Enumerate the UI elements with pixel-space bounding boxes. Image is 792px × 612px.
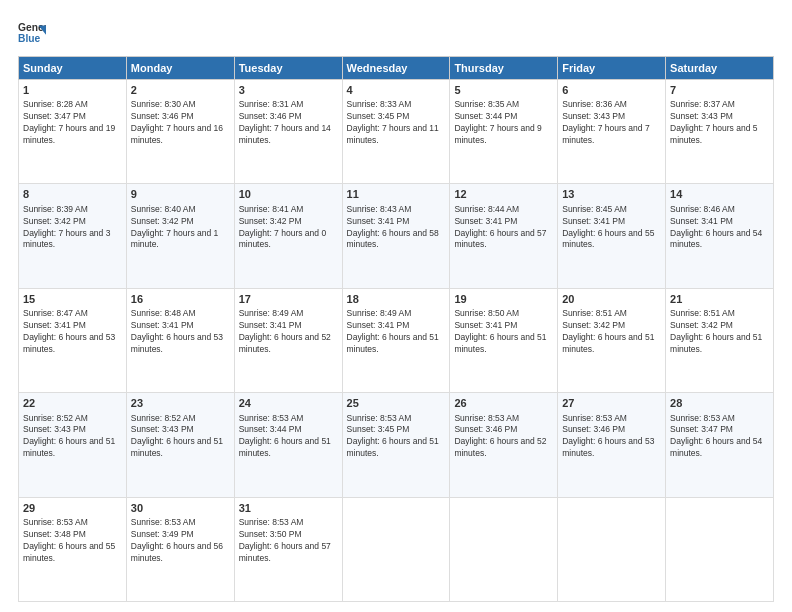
daylight: Daylight: 6 hours and 53 minutes. bbox=[23, 332, 115, 354]
sunrise: Sunrise: 8:53 AM bbox=[454, 413, 519, 423]
day-cell: 23Sunrise: 8:52 AMSunset: 3:43 PMDayligh… bbox=[126, 393, 234, 497]
daylight: Daylight: 6 hours and 51 minutes. bbox=[347, 332, 439, 354]
day-cell: 11Sunrise: 8:43 AMSunset: 3:41 PMDayligh… bbox=[342, 184, 450, 288]
day-number: 30 bbox=[131, 501, 230, 516]
day-cell: 12Sunrise: 8:44 AMSunset: 3:41 PMDayligh… bbox=[450, 184, 558, 288]
sunrise: Sunrise: 8:39 AM bbox=[23, 204, 88, 214]
sunset: Sunset: 3:42 PM bbox=[131, 216, 194, 226]
day-cell: 24Sunrise: 8:53 AMSunset: 3:44 PMDayligh… bbox=[234, 393, 342, 497]
day-number: 1 bbox=[23, 83, 122, 98]
sunrise: Sunrise: 8:52 AM bbox=[131, 413, 196, 423]
sunrise: Sunrise: 8:51 AM bbox=[670, 308, 735, 318]
daylight: Daylight: 7 hours and 3 minutes. bbox=[23, 228, 110, 250]
day-cell: 21Sunrise: 8:51 AMSunset: 3:42 PMDayligh… bbox=[666, 288, 774, 392]
day-cell: 3Sunrise: 8:31 AMSunset: 3:46 PMDaylight… bbox=[234, 80, 342, 184]
daylight: Daylight: 6 hours and 54 minutes. bbox=[670, 436, 762, 458]
logo-icon: General Blue bbox=[18, 18, 46, 46]
day-cell: 26Sunrise: 8:53 AMSunset: 3:46 PMDayligh… bbox=[450, 393, 558, 497]
sunrise: Sunrise: 8:45 AM bbox=[562, 204, 627, 214]
day-number: 9 bbox=[131, 187, 230, 202]
daylight: Daylight: 6 hours and 51 minutes. bbox=[347, 436, 439, 458]
day-number: 20 bbox=[562, 292, 661, 307]
daylight: Daylight: 7 hours and 1 minute. bbox=[131, 228, 218, 250]
day-cell: 18Sunrise: 8:49 AMSunset: 3:41 PMDayligh… bbox=[342, 288, 450, 392]
day-number: 31 bbox=[239, 501, 338, 516]
daylight: Daylight: 6 hours and 58 minutes. bbox=[347, 228, 439, 250]
sunrise: Sunrise: 8:53 AM bbox=[239, 517, 304, 527]
day-number: 3 bbox=[239, 83, 338, 98]
day-cell: 10Sunrise: 8:41 AMSunset: 3:42 PMDayligh… bbox=[234, 184, 342, 288]
day-number: 18 bbox=[347, 292, 446, 307]
day-number: 25 bbox=[347, 396, 446, 411]
week-row-1: 1Sunrise: 8:28 AMSunset: 3:47 PMDaylight… bbox=[19, 80, 774, 184]
col-header-tuesday: Tuesday bbox=[234, 57, 342, 80]
day-number: 29 bbox=[23, 501, 122, 516]
daylight: Daylight: 6 hours and 57 minutes. bbox=[239, 541, 331, 563]
day-cell: 16Sunrise: 8:48 AMSunset: 3:41 PMDayligh… bbox=[126, 288, 234, 392]
sunset: Sunset: 3:41 PM bbox=[454, 320, 517, 330]
daylight: Daylight: 7 hours and 9 minutes. bbox=[454, 123, 541, 145]
sunrise: Sunrise: 8:47 AM bbox=[23, 308, 88, 318]
sunrise: Sunrise: 8:53 AM bbox=[562, 413, 627, 423]
sunrise: Sunrise: 8:31 AM bbox=[239, 99, 304, 109]
svg-text:Blue: Blue bbox=[18, 33, 41, 44]
sunrise: Sunrise: 8:36 AM bbox=[562, 99, 627, 109]
sunset: Sunset: 3:46 PM bbox=[454, 424, 517, 434]
sunset: Sunset: 3:43 PM bbox=[131, 424, 194, 434]
day-number: 21 bbox=[670, 292, 769, 307]
day-number: 4 bbox=[347, 83, 446, 98]
day-number: 17 bbox=[239, 292, 338, 307]
day-number: 13 bbox=[562, 187, 661, 202]
sunset: Sunset: 3:46 PM bbox=[239, 111, 302, 121]
day-cell bbox=[450, 497, 558, 601]
day-cell: 7Sunrise: 8:37 AMSunset: 3:43 PMDaylight… bbox=[666, 80, 774, 184]
daylight: Daylight: 7 hours and 0 minutes. bbox=[239, 228, 326, 250]
sunset: Sunset: 3:41 PM bbox=[347, 216, 410, 226]
day-cell: 6Sunrise: 8:36 AMSunset: 3:43 PMDaylight… bbox=[558, 80, 666, 184]
week-row-4: 22Sunrise: 8:52 AMSunset: 3:43 PMDayligh… bbox=[19, 393, 774, 497]
day-number: 23 bbox=[131, 396, 230, 411]
daylight: Daylight: 6 hours and 51 minutes. bbox=[131, 436, 223, 458]
sunrise: Sunrise: 8:41 AM bbox=[239, 204, 304, 214]
day-number: 15 bbox=[23, 292, 122, 307]
sunrise: Sunrise: 8:50 AM bbox=[454, 308, 519, 318]
sunset: Sunset: 3:42 PM bbox=[23, 216, 86, 226]
page: General Blue SundayMondayTuesdayWednesda… bbox=[0, 0, 792, 612]
sunset: Sunset: 3:43 PM bbox=[670, 111, 733, 121]
day-cell: 29Sunrise: 8:53 AMSunset: 3:48 PMDayligh… bbox=[19, 497, 127, 601]
header: General Blue bbox=[18, 18, 774, 46]
daylight: Daylight: 7 hours and 19 minutes. bbox=[23, 123, 115, 145]
day-cell: 27Sunrise: 8:53 AMSunset: 3:46 PMDayligh… bbox=[558, 393, 666, 497]
sunrise: Sunrise: 8:53 AM bbox=[670, 413, 735, 423]
sunset: Sunset: 3:41 PM bbox=[23, 320, 86, 330]
sunset: Sunset: 3:41 PM bbox=[454, 216, 517, 226]
sunset: Sunset: 3:41 PM bbox=[670, 216, 733, 226]
daylight: Daylight: 6 hours and 52 minutes. bbox=[454, 436, 546, 458]
sunrise: Sunrise: 8:51 AM bbox=[562, 308, 627, 318]
day-cell: 19Sunrise: 8:50 AMSunset: 3:41 PMDayligh… bbox=[450, 288, 558, 392]
sunset: Sunset: 3:42 PM bbox=[562, 320, 625, 330]
day-cell: 5Sunrise: 8:35 AMSunset: 3:44 PMDaylight… bbox=[450, 80, 558, 184]
sunset: Sunset: 3:44 PM bbox=[454, 111, 517, 121]
day-cell: 14Sunrise: 8:46 AMSunset: 3:41 PMDayligh… bbox=[666, 184, 774, 288]
sunrise: Sunrise: 8:53 AM bbox=[239, 413, 304, 423]
sunrise: Sunrise: 8:37 AM bbox=[670, 99, 735, 109]
day-number: 14 bbox=[670, 187, 769, 202]
daylight: Daylight: 6 hours and 51 minutes. bbox=[239, 436, 331, 458]
sunrise: Sunrise: 8:49 AM bbox=[239, 308, 304, 318]
daylight: Daylight: 7 hours and 11 minutes. bbox=[347, 123, 439, 145]
day-number: 26 bbox=[454, 396, 553, 411]
sunset: Sunset: 3:46 PM bbox=[562, 424, 625, 434]
sunrise: Sunrise: 8:49 AM bbox=[347, 308, 412, 318]
daylight: Daylight: 6 hours and 54 minutes. bbox=[670, 228, 762, 250]
day-number: 5 bbox=[454, 83, 553, 98]
sunrise: Sunrise: 8:43 AM bbox=[347, 204, 412, 214]
col-header-thursday: Thursday bbox=[450, 57, 558, 80]
week-row-5: 29Sunrise: 8:53 AMSunset: 3:48 PMDayligh… bbox=[19, 497, 774, 601]
logo: General Blue bbox=[18, 18, 52, 46]
day-number: 8 bbox=[23, 187, 122, 202]
calendar-header-row: SundayMondayTuesdayWednesdayThursdayFrid… bbox=[19, 57, 774, 80]
daylight: Daylight: 6 hours and 55 minutes. bbox=[562, 228, 654, 250]
day-number: 16 bbox=[131, 292, 230, 307]
day-number: 2 bbox=[131, 83, 230, 98]
